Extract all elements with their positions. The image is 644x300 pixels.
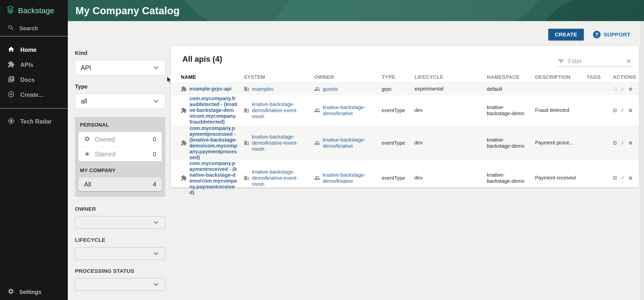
star-outline-icon[interactable] (628, 107, 633, 114)
sidebar-item-settings[interactable]: Settings (0, 284, 68, 300)
card-header: All apis (4) ✕ (171, 46, 639, 72)
owner-link[interactable]: knative-backstage-demo/knative (323, 172, 376, 184)
owner-link[interactable]: knative-backstage-demo/knative (323, 137, 376, 149)
edit-pencil-icon[interactable] (621, 140, 625, 146)
column-header-namespace[interactable]: NAMESPACE (487, 72, 535, 83)
entity-name-link[interactable]: com.mycompany.frauddetected - (knative-b… (189, 96, 238, 125)
docs-icon (8, 76, 15, 84)
column-header-actions: ACTIONS (613, 72, 639, 83)
owner-label: OWNER (75, 206, 165, 212)
owned-option[interactable]: Owned 0 (78, 132, 162, 147)
open-in-new-icon[interactable] (613, 107, 617, 114)
processing-status-filter-group: PROCESSING STATUS (75, 268, 165, 291)
description-cell: Payment proce… (535, 125, 587, 160)
kind-label: Kind (75, 50, 165, 56)
puzzle-icon (8, 61, 15, 69)
nav-gap (0, 109, 68, 114)
table-row: example-grpc-api examples guests grpc ex… (171, 83, 639, 95)
table-row: com.mycompany.frauddetected - (knative-b… (171, 95, 639, 125)
owner-link[interactable]: knative-backstage-demo/knative (323, 104, 376, 116)
lifecycle-select[interactable] (75, 247, 165, 260)
help-icon (593, 31, 601, 38)
table-filter-input[interactable] (568, 58, 622, 65)
namespace-cell: default (487, 83, 535, 95)
sidebar-item-docs[interactable]: Docs (0, 72, 68, 87)
column-header-system[interactable]: SYSTEM (244, 72, 314, 83)
namespace-filter-group: NAMESPACE (75, 299, 165, 300)
create-button[interactable]: CREATE (548, 29, 584, 40)
page-title: My Company Catalog (75, 5, 180, 16)
starred-label: Starred (95, 151, 148, 158)
system-link[interactable]: examples (252, 86, 274, 92)
owner-link[interactable]: guests (323, 86, 338, 92)
starred-option[interactable]: Starred 0 (78, 147, 162, 161)
table-filter: ✕ (558, 56, 631, 67)
system-link[interactable]: knative-backstage-demo/knative-event-mes… (252, 101, 308, 119)
open-in-new-icon[interactable] (613, 140, 617, 146)
entity-name-link[interactable]: com.mycompany.paymentprocessed - (knativ… (189, 125, 238, 160)
entity-name-link[interactable]: com.mycompany.paymentreceived - (knative… (189, 160, 238, 196)
all-label: All (84, 181, 153, 188)
support-button[interactable]: SUPPORT (593, 31, 630, 38)
column-header-name[interactable]: NAME (171, 72, 244, 83)
open-in-new-icon[interactable] (613, 86, 617, 92)
kind-value: API (81, 64, 91, 71)
star-outline-icon[interactable] (628, 174, 633, 182)
puzzle-icon (181, 140, 187, 146)
sidebar-item-home[interactable]: Home (0, 42, 68, 57)
open-in-new-icon[interactable] (613, 175, 617, 181)
column-header-lifecycle[interactable]: LIFECYCLE (414, 72, 487, 83)
tags-cell (587, 95, 613, 125)
tags-cell (587, 125, 613, 160)
system-icon (244, 86, 249, 92)
catalog-table: NAME SYSTEM OWNER TYPE LIFECYCLE NAMESPA… (171, 72, 639, 196)
entity-name-link[interactable]: example-grpc-api (189, 86, 232, 92)
sidebar-search[interactable]: Search (0, 21, 68, 36)
scrollbar[interactable] (641, 21, 644, 300)
system-icon (244, 108, 249, 113)
processing-status-select[interactable] (75, 278, 165, 291)
company-title: MY COMPANY (80, 168, 162, 173)
top-actions: CREATE SUPPORT (548, 29, 630, 40)
star-outline-icon[interactable] (628, 139, 633, 146)
column-header-tags[interactable]: TAGS (587, 72, 613, 83)
table-header-row: NAME SYSTEM OWNER TYPE LIFECYCLE NAMESPA… (171, 72, 639, 83)
namespace-label: NAMESPACE (75, 299, 165, 300)
sidebar-item-tech-radar[interactable]: Tech Radar (0, 114, 68, 129)
owner-select[interactable] (75, 216, 165, 229)
edit-pencil-icon[interactable] (621, 86, 625, 92)
header-decoration (537, 0, 644, 21)
sidebar-item-apis[interactable]: APIs (0, 57, 68, 72)
page-header: My Company Catalog (68, 0, 644, 21)
owned-count: 0 (153, 136, 156, 143)
type-cell: grpc (382, 83, 414, 95)
kind-select[interactable]: API (75, 60, 165, 75)
table-row: com.mycompany.paymentprocessed - (knativ… (171, 125, 639, 160)
sidebar-item-label: Home (20, 47, 37, 53)
tech-radar-icon (8, 117, 15, 126)
column-header-owner[interactable]: OWNER (314, 72, 382, 83)
tags-cell (587, 160, 613, 196)
all-option[interactable]: All 4 (78, 177, 162, 191)
star-outline-icon[interactable] (628, 85, 633, 93)
lifecycle-cell: dev (414, 160, 487, 196)
star-icon (84, 151, 90, 158)
edit-pencil-icon[interactable] (621, 107, 625, 113)
backstage-logo[interactable]: Backstage (0, 0, 68, 21)
starred-count: 0 (153, 151, 156, 158)
owner-group-icon (314, 107, 320, 113)
backstage-logo-icon (6, 5, 15, 16)
logo-text: Backstage (18, 6, 54, 15)
type-select[interactable]: all (75, 94, 165, 109)
sidebar-item-label: Create... (20, 92, 43, 98)
owner-group-icon (314, 86, 320, 92)
clear-x-icon[interactable]: ✕ (626, 58, 631, 65)
column-header-type[interactable]: TYPE (382, 72, 414, 83)
edit-pencil-icon[interactable] (621, 175, 625, 181)
sidebar-item-create[interactable]: Create... (0, 87, 68, 102)
system-link[interactable]: knative-backstage-demo/knative-event-mes… (252, 134, 308, 152)
column-header-description[interactable]: DESCRIPTION (535, 72, 587, 83)
support-label: SUPPORT (604, 32, 630, 38)
system-link[interactable]: knative-backstage-demo/knative-event-mes… (252, 169, 308, 187)
search-label: Search (19, 25, 38, 32)
